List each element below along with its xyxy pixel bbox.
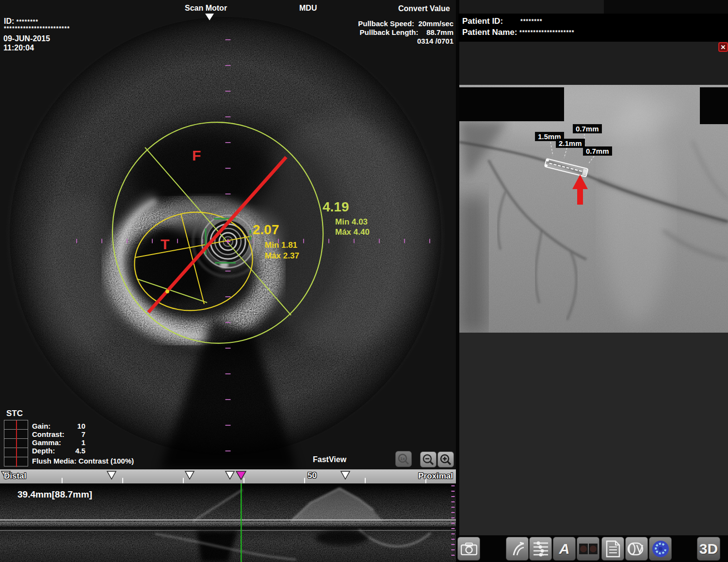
study-time: 11:20:04 <box>3 43 34 52</box>
measurement-label-top: 0.7mm <box>573 124 602 133</box>
measurement-label-mid: 2.1mm <box>556 139 585 148</box>
gain-label: Gain: <box>32 422 50 430</box>
pullback-position-slider[interactable]: Distal 50 Proximal <box>0 469 456 483</box>
angiogram-canvas[interactable] <box>459 85 728 333</box>
bookmark-markers[interactable] <box>1 471 350 479</box>
measurement-label-right: 0.7mm <box>583 146 612 156</box>
pullback-length-label: Pullback Length: <box>360 28 419 36</box>
vessel-max-value: Máx 4.40 <box>335 227 370 237</box>
sliders-icon <box>533 540 549 558</box>
redaction-box-left <box>459 87 564 121</box>
mid-scale-label: 50 <box>307 471 317 481</box>
fibrous-sector-label: F <box>192 147 201 164</box>
pullback-position-readout: 39.4mm[88.7mm] <box>17 489 92 500</box>
stc-curve-grid[interactable] <box>4 420 28 466</box>
rotate-3d-button[interactable] <box>649 537 672 561</box>
vessel-min-value: Min 4.03 <box>335 217 368 227</box>
dual-view-button[interactable] <box>577 537 599 561</box>
threed-button[interactable]: 3D <box>697 537 720 561</box>
contrast-label: Contrast: <box>32 430 65 438</box>
patient-name-value: ******************** <box>519 29 574 36</box>
stc-title: STC <box>6 409 23 418</box>
zoom-1x-button[interactable]: 1x <box>395 451 412 467</box>
lumen-max-value: Máx 2.37 <box>265 251 299 261</box>
patient-id-value: ******** <box>520 18 542 25</box>
pullback-speed-label: Pullback Speed: <box>358 19 414 28</box>
magnifier-minus-icon <box>422 453 435 466</box>
zoom-out-button[interactable] <box>420 451 437 467</box>
lumen-min-value: Min 1.81 <box>265 241 297 250</box>
svg-text:1x: 1x <box>400 456 405 461</box>
gamma-label: Gamma: <box>32 438 61 447</box>
snapshot-button[interactable] <box>457 537 480 561</box>
gain-value: 10 <box>77 422 85 430</box>
mdu-label: MDU <box>299 3 317 13</box>
patient-info-box: Patient ID: ******** Patient Name: *****… <box>458 14 728 42</box>
curve-trace-icon <box>509 541 526 557</box>
frame-counter: 0314 /0701 <box>340 37 453 46</box>
study-id-value: ******** <box>16 18 38 25</box>
annotation-button[interactable]: A <box>553 537 576 561</box>
stc-curve-line <box>16 420 17 467</box>
vessel-diameter-value: 4.19 <box>323 199 349 215</box>
magnifier-plus-icon <box>439 453 452 466</box>
zoom-in-button[interactable] <box>437 451 454 467</box>
annotation-a-icon: A <box>559 542 570 556</box>
proximal-label: Proximal <box>418 471 453 481</box>
ivus-panel: ID: ******** ************************ 09… <box>0 0 456 562</box>
gamma-value: 1 <box>81 438 85 447</box>
contrast-value: 7 <box>81 430 85 438</box>
patient-id-label: Patient ID: <box>462 16 503 26</box>
ivus-image-canvas[interactable] <box>0 0 456 469</box>
study-date: 09-JUN-2015 <box>3 34 50 43</box>
scan-motor-label: Scan Motor <box>185 3 227 13</box>
imaging-settings: Gain:10 Contrast:7 Gamma:1 Depth:4.5 <box>32 422 85 455</box>
magnifier-1x-icon: 1x <box>397 453 410 466</box>
scan-motor-marker-icon <box>205 14 214 20</box>
threed-label: 3D <box>699 542 718 556</box>
ov-cylinder-icon <box>627 542 647 556</box>
pullback-info: Pullback Speed: 20mm/sec Pullback Length… <box>340 19 453 46</box>
redaction-box-right <box>700 87 728 124</box>
report-document-icon <box>606 540 620 558</box>
application-window: ID: ******** ************************ 09… <box>0 0 728 562</box>
dual-view-icon <box>579 543 598 555</box>
vessel-trace-button[interactable] <box>506 537 529 561</box>
depth-label: Depth: <box>32 447 55 455</box>
flush-media-label: Flush Media: Contrast (100%) <box>32 457 134 465</box>
spin-reconstruction-icon <box>651 540 670 558</box>
longitudinal-ov-button[interactable] <box>625 537 648 561</box>
close-button[interactable]: ✕ <box>718 42 728 52</box>
current-frame-marker[interactable] <box>236 471 246 480</box>
report-button[interactable] <box>601 537 624 561</box>
close-icon: ✕ <box>721 44 726 50</box>
fastview-label: FastView <box>313 455 346 464</box>
frame-cursor-line[interactable] <box>241 483 242 562</box>
lumen-diameter-value: 2.07 <box>253 222 279 238</box>
pullback-length-value: 88.7mm <box>426 28 453 36</box>
depth-value: 4.5 <box>75 447 85 455</box>
patient-name-label: Patient Name: <box>462 28 517 37</box>
camera-icon <box>461 543 477 555</box>
study-id-line2: ************************ <box>4 25 70 32</box>
distal-label: Distal <box>4 471 26 481</box>
convert-value-label: Convert Value <box>398 4 450 13</box>
pullback-speed-value: 20mm/sec <box>418 19 453 28</box>
thrombus-sector-label: T <box>161 236 169 253</box>
adjustments-button[interactable] <box>529 537 552 561</box>
